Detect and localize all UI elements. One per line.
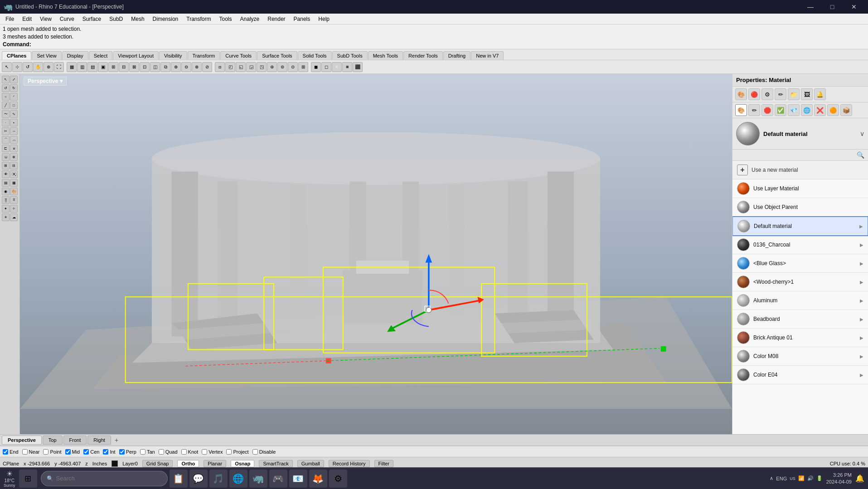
- ortho-button[interactable]: Ortho: [177, 460, 199, 467]
- osnap-vertex[interactable]: Vertex: [202, 449, 223, 455]
- tool-orbit[interactable]: ↺: [2, 84, 10, 92]
- gumball-button[interactable]: Gumball: [297, 460, 324, 467]
- osnap-button[interactable]: Osnap: [231, 460, 254, 467]
- tab-new-in-v7[interactable]: New in V7: [471, 51, 504, 60]
- tool-point[interactable]: ·: [2, 119, 10, 126]
- tool-cplane15[interactable]: ⧈: [215, 62, 225, 72]
- tray-notification[interactable]: 🔔: [855, 474, 864, 483]
- tool-cplane14[interactable]: ⊘: [202, 62, 212, 72]
- osnap-disable[interactable]: Disable: [252, 449, 276, 455]
- panel-icon-folder[interactable]: 📁: [788, 88, 800, 100]
- osnap-knot[interactable]: Knot: [181, 449, 199, 455]
- menu-help[interactable]: Help: [315, 15, 333, 23]
- material-item-layer[interactable]: Use Layer Material: [732, 179, 868, 198]
- tool-select2[interactable]: ⊹: [12, 62, 22, 72]
- osnap-perp-checkbox[interactable]: [119, 449, 125, 455]
- osnap-tan-checkbox[interactable]: [140, 449, 145, 455]
- material-item-objparent[interactable]: Use Object Parent: [732, 198, 868, 217]
- tool-extra3[interactable]: ◽: [332, 62, 342, 72]
- tool-cplane9[interactable]: ◫: [150, 62, 160, 72]
- tool-cplane3[interactable]: ▤: [87, 62, 97, 72]
- material-item-e04[interactable]: Color E04 ▶: [732, 366, 868, 384]
- material-expand-button[interactable]: ∨: [860, 130, 864, 137]
- vp-tab-front[interactable]: Front: [63, 436, 87, 445]
- panel-search-icon[interactable]: 🔍: [857, 151, 864, 159]
- tool-cplane17[interactable]: ◱: [236, 62, 246, 72]
- tool-select[interactable]: ↖: [2, 62, 12, 72]
- tab-setview[interactable]: Set View: [32, 51, 61, 60]
- vp-tab-perspective[interactable]: Perspective: [2, 436, 42, 445]
- panel-icon-stop[interactable]: 🛑: [761, 104, 773, 116]
- panel-icon-x[interactable]: ❌: [814, 104, 826, 116]
- tool-arrow[interactable]: ↖: [2, 76, 10, 83]
- tool-cplane19[interactable]: ◳: [257, 62, 267, 72]
- taskbar-app-chat[interactable]: 💬: [189, 470, 208, 488]
- viewport[interactable]: Perspective ▾: [20, 74, 732, 434]
- tool-cplane11[interactable]: ⊕: [171, 62, 181, 72]
- tool-pan[interactable]: ✋: [33, 62, 43, 72]
- tool-cplane10[interactable]: ⧉: [160, 62, 170, 72]
- osnap-mid-checkbox[interactable]: [65, 449, 71, 455]
- osnap-project[interactable]: Project: [226, 449, 248, 455]
- material-item-brick[interactable]: Brick Antique 01 ▶: [732, 329, 868, 347]
- tool-explode[interactable]: ⊕: [10, 153, 18, 161]
- taskbar-app-games[interactable]: 🎮: [269, 470, 287, 488]
- menu-analyze[interactable]: Analyze: [237, 15, 263, 23]
- tab-visibility[interactable]: Visibility: [159, 51, 187, 60]
- record-history-button[interactable]: Record History: [329, 460, 370, 467]
- tool-hide[interactable]: 👁: [2, 170, 10, 178]
- osnap-vertex-checkbox[interactable]: [202, 449, 207, 455]
- menu-transform[interactable]: Transform: [183, 15, 214, 23]
- panel-icon-mat[interactable]: 🔴: [748, 88, 760, 100]
- tray-wifi[interactable]: 📶: [798, 475, 805, 481]
- panel-icon-pencil[interactable]: ✏: [748, 104, 760, 116]
- tool-magic[interactable]: ✧: [10, 205, 18, 213]
- taskbar-app-music[interactable]: 🎵: [209, 470, 228, 488]
- osnap-cen[interactable]: Cen: [83, 449, 99, 455]
- material-item-aluminum[interactable]: Aluminum ▶: [732, 291, 868, 310]
- tab-subd-tools[interactable]: SubD Tools: [332, 51, 368, 60]
- panel-icon-edit[interactable]: ✏: [775, 88, 786, 100]
- panel-icon-globe[interactable]: 🌐: [801, 104, 813, 116]
- menu-render[interactable]: Render: [264, 15, 289, 23]
- tool-arc[interactable]: ◜: [10, 93, 18, 101]
- tool-cplane-world-top[interactable]: ▦: [67, 62, 77, 72]
- panel-icon-orange[interactable]: 🟠: [827, 104, 839, 116]
- menu-subd[interactable]: SubD: [106, 15, 126, 23]
- tray-up-arrow[interactable]: ∧: [770, 475, 773, 481]
- tool-layer[interactable]: ▤: [2, 179, 10, 187]
- tool-cplane5[interactable]: ⊞: [108, 62, 118, 72]
- tab-viewport-layout[interactable]: Viewport Layout: [113, 51, 159, 60]
- tab-solid-tools[interactable]: Solid Tools: [298, 51, 332, 60]
- panel-icon-box[interactable]: 📦: [840, 104, 852, 116]
- tool-cplane20[interactable]: ⊛: [267, 62, 277, 72]
- tool-sun[interactable]: ☀: [2, 213, 10, 221]
- tool-circle[interactable]: ○: [2, 93, 10, 101]
- smarttrack-button[interactable]: SmartTrack: [259, 460, 292, 467]
- vp-tab-add[interactable]: +: [112, 435, 121, 445]
- tool-join[interactable]: ⊔: [2, 153, 10, 161]
- tray-battery[interactable]: 🔋: [816, 475, 823, 481]
- tool-cplane21[interactable]: ⊜: [277, 62, 287, 72]
- panel-icon-color2[interactable]: 🎨: [735, 104, 747, 116]
- material-item-charcoal[interactable]: 0136_Charcoal ▶: [732, 236, 868, 254]
- tool-show[interactable]: 👁‍🗨: [10, 170, 18, 178]
- tool-fillet[interactable]: ⌒: [2, 136, 10, 144]
- tool-dots2[interactable]: ⠿: [10, 196, 18, 204]
- osnap-end-checkbox[interactable]: [3, 449, 8, 455]
- start-button[interactable]: ⊞: [19, 470, 37, 488]
- osnap-mid[interactable]: Mid: [65, 449, 80, 455]
- menu-mesh[interactable]: Mesh: [127, 15, 148, 23]
- panel-icon-bell[interactable]: 🔔: [814, 88, 826, 100]
- tool-zoom[interactable]: ⊕: [44, 62, 53, 72]
- panel-icon-image[interactable]: 🖼: [801, 88, 813, 100]
- tool-curve[interactable]: 〜: [2, 110, 10, 118]
- maximize-button[interactable]: □: [822, 0, 843, 14]
- tray-volume[interactable]: 🔊: [807, 475, 814, 481]
- menu-dimension[interactable]: Dimension: [149, 15, 182, 23]
- tool-cplane2[interactable]: ▥: [77, 62, 87, 72]
- osnap-int-checkbox[interactable]: [103, 449, 108, 455]
- tool-group[interactable]: ⊞: [2, 162, 10, 169]
- tab-drafting[interactable]: Drafting: [443, 51, 471, 60]
- tool-extend[interactable]: ↔: [10, 127, 18, 135]
